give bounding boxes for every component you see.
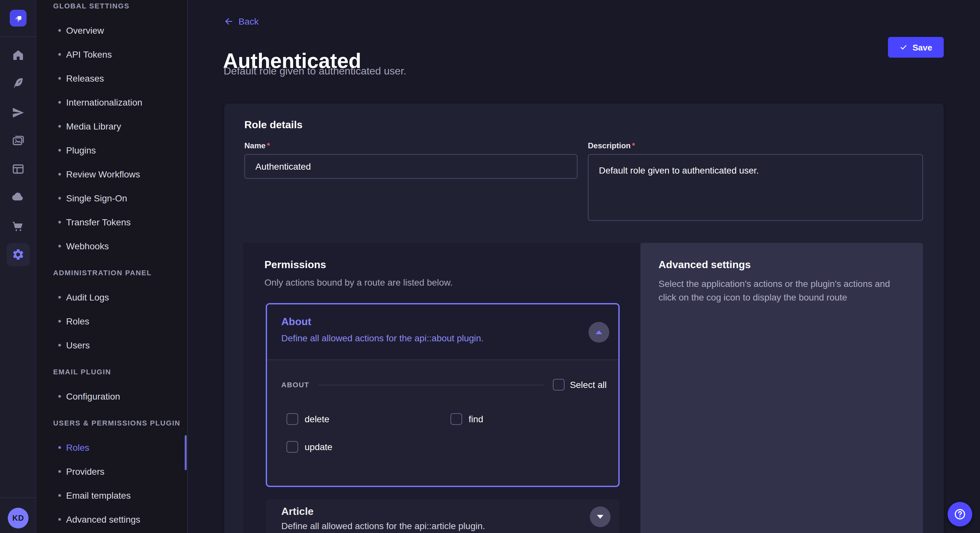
avatar[interactable]: KD: [8, 508, 29, 528]
rail-divider: [0, 36, 36, 37]
sidebar-item-plugins[interactable]: Plugins: [36, 138, 187, 162]
cart-icon[interactable]: [6, 214, 30, 238]
about-actions-grid: deletefindupdate: [286, 413, 598, 453]
sidebar-item-label: Roles: [66, 316, 89, 326]
sidebar-item-single-sign-on[interactable]: Single Sign-On: [36, 186, 187, 210]
sidebar-item-label: Providers: [66, 466, 104, 476]
chevron-up-icon: [596, 330, 602, 334]
sidebar-item-providers[interactable]: Providers: [36, 459, 187, 483]
select-all-checkbox[interactable]: [553, 379, 565, 390]
media-library-icon[interactable]: [6, 129, 30, 152]
cloud-icon[interactable]: [6, 185, 30, 209]
bullet-icon: [58, 53, 61, 56]
sidebar-section: ADMINISTRATION PANELAudit LogsRolesUsers: [36, 268, 187, 357]
name-label: Name*: [244, 141, 270, 150]
sidebar-item-label: Email templates: [66, 490, 130, 500]
chevron-down-icon: [597, 515, 603, 519]
check-icon: [900, 43, 907, 51]
sidebar-item-label: Media Library: [66, 121, 121, 131]
arrow-left-icon: [224, 16, 234, 27]
name-input[interactable]: [244, 154, 578, 179]
strapi-logo[interactable]: [10, 10, 27, 27]
accordion-article[interactable]: Article Define all allowed actions for t…: [266, 499, 620, 533]
sidebar-item-webhooks[interactable]: Webhooks: [36, 234, 187, 258]
permission-label: delete: [305, 414, 329, 424]
about-group-row: ABOUT Select all: [281, 378, 607, 391]
layout-icon[interactable]: [6, 157, 30, 181]
save-label: Save: [913, 43, 932, 52]
bullet-icon: [58, 446, 61, 449]
bullet-icon: [58, 173, 61, 175]
role-details-title: Role details: [244, 119, 303, 131]
collapse-about-button[interactable]: [589, 322, 609, 343]
sidebar-section-title: EMAIL PLUGIN: [36, 367, 187, 380]
save-button[interactable]: Save: [888, 37, 944, 58]
sidebar-section: EMAIL PLUGINConfiguration: [36, 367, 187, 408]
settings-sidebar: GLOBAL SETTINGSOverviewAPI TokensRelease…: [36, 0, 188, 533]
find-checkbox[interactable]: [450, 413, 462, 425]
accordion-article-description: Define all allowed actions for the api::…: [281, 521, 485, 531]
bullet-icon: [58, 344, 61, 346]
page-subtitle: Default role given to authenticated user…: [224, 65, 406, 77]
sidebar-item-label: Releases: [66, 73, 104, 83]
advanced-settings-body: Select the application's actions or the …: [659, 277, 897, 305]
accordion-about-title: About: [281, 316, 311, 328]
permission-item-update[interactable]: update: [286, 441, 450, 453]
permissions-subtitle: Only actions bound by a route are listed…: [264, 277, 453, 287]
sidebar-item-api-tokens[interactable]: API Tokens: [36, 42, 187, 66]
sidebar-item-label: Webhooks: [66, 241, 109, 251]
sidebar-scrollbar[interactable]: [185, 435, 187, 470]
strapi-settings-page: KD GLOBAL SETTINGSOverviewAPI TokensRele…: [0, 0, 980, 533]
sidebar-item-users[interactable]: Users: [36, 333, 187, 357]
sidebar-item-label: API Tokens: [66, 49, 112, 59]
sidebar-section-title: ADMINISTRATION PANEL: [36, 268, 187, 281]
sidebar-item-label: Users: [66, 339, 90, 350]
required-asterisk: *: [632, 141, 635, 150]
paper-plane-icon[interactable]: [6, 101, 30, 124]
icon-rail: KD: [0, 0, 36, 533]
help-icon: [953, 508, 966, 521]
sidebar-item-roles[interactable]: Roles: [36, 435, 187, 459]
sidebar-section-title: USERS & PERMISSIONS PLUGIN: [36, 418, 187, 431]
bullet-icon: [58, 470, 61, 473]
sidebar-item-roles[interactable]: Roles: [36, 309, 187, 333]
description-textarea[interactable]: Default role given to authenticated user…: [588, 154, 923, 221]
sidebar-item-label: Single Sign-On: [66, 193, 127, 203]
sidebar-item-overview[interactable]: Overview: [36, 18, 187, 42]
sidebar-item-review-workflows[interactable]: Review Workflows: [36, 162, 187, 186]
sidebar-item-advanced-settings[interactable]: Advanced settings: [36, 507, 187, 531]
permission-item-delete[interactable]: delete: [286, 413, 450, 425]
rail-divider-bottom: [0, 497, 36, 498]
settings-gear-icon[interactable]: [6, 243, 30, 266]
quill-content-icon[interactable]: [6, 71, 30, 95]
permission-item-find[interactable]: find: [450, 413, 598, 425]
sidebar-item-media-library[interactable]: Media Library: [36, 114, 187, 138]
delete-checkbox[interactable]: [286, 413, 298, 425]
accordion-about-description: Define all allowed actions for the api::…: [281, 333, 484, 343]
sidebar-item-email-templates[interactable]: Email templates: [36, 483, 187, 507]
sidebar-item-releases[interactable]: Releases: [36, 66, 187, 90]
description-label: Description*: [588, 141, 635, 150]
expand-article-button[interactable]: [590, 506, 611, 527]
sidebar-item-transfer-tokens[interactable]: Transfer Tokens: [36, 210, 187, 234]
strapi-logo-icon: [11, 11, 25, 25]
bullet-icon: [58, 101, 61, 103]
help-button[interactable]: [948, 502, 972, 527]
sidebar-item-label: Review Workflows: [66, 169, 140, 179]
sidebar-item-label: Configuration: [66, 391, 120, 401]
home-icon[interactable]: [6, 43, 30, 67]
bullet-icon: [58, 244, 61, 247]
advanced-settings-title: Advanced settings: [659, 259, 751, 271]
update-checkbox[interactable]: [286, 441, 298, 453]
sidebar-item-label: Transfer Tokens: [66, 217, 130, 227]
accordion-about-header[interactable]: About Define all allowed actions for the…: [267, 305, 618, 360]
sidebar-item-label: Internationalization: [66, 97, 142, 107]
sidebar-item-internationalization[interactable]: Internationalization: [36, 90, 187, 114]
bullet-icon: [58, 197, 61, 199]
sidebar-item-configuration[interactable]: Configuration: [36, 384, 187, 408]
back-button[interactable]: Back: [224, 16, 259, 27]
accordion-about: About Define all allowed actions for the…: [266, 303, 620, 487]
sidebar-item-audit-logs[interactable]: Audit Logs: [36, 285, 187, 309]
accordion-article-title: Article: [281, 506, 314, 517]
sidebar-section-title: GLOBAL SETTINGS: [36, 1, 187, 14]
